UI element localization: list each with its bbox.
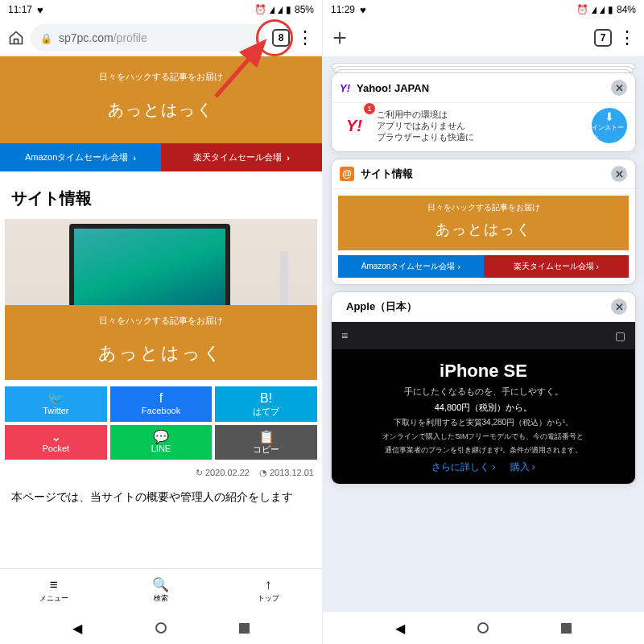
tab-card-yahoo[interactable]: Y! Yahoo! JAPAN ✕ Y! 1 ご利用中の環境は アプリではありま… bbox=[331, 72, 636, 152]
tab-title: Yahoo! JAPAN bbox=[357, 82, 429, 94]
section-title: サイト情報 bbox=[0, 171, 322, 219]
url-path: /profile bbox=[114, 31, 147, 44]
bottom-nav-menu[interactable]: ≡メニュー bbox=[0, 569, 107, 612]
photo-title: あっとはっく bbox=[5, 341, 317, 365]
share-grid: 🐦Twitter fFacebook B!はてブ ⌄Pocket 💬LINE 📋… bbox=[5, 386, 317, 460]
system-nav: ◀ bbox=[0, 612, 322, 644]
sysnav-home-icon[interactable] bbox=[155, 622, 167, 634]
heart-icon bbox=[37, 4, 43, 16]
share-hatena[interactable]: B!はてブ bbox=[215, 386, 317, 422]
bottom-nav-top[interactable]: ↑トップ bbox=[215, 569, 322, 612]
sp7pc-favicon-icon: @ bbox=[340, 167, 354, 181]
sysnav-recent-icon[interactable] bbox=[239, 623, 250, 634]
hatena-icon: B! bbox=[215, 391, 317, 406]
alarm-icon bbox=[254, 4, 266, 15]
bottom-nav-search[interactable]: 🔍検索 bbox=[107, 569, 214, 612]
rakuten-sale-button[interactable]: 楽天タイムセール会場 bbox=[484, 255, 630, 278]
status-bar: 11:29 ▮ 84% bbox=[323, 0, 644, 19]
tabswitcher-toolbar: 7 bbox=[323, 19, 644, 56]
home-icon[interactable] bbox=[8, 30, 24, 46]
url-host: sp7pc.com bbox=[59, 31, 114, 44]
battery-icon: ▮ bbox=[608, 4, 613, 15]
date-created: 2013.12.01 bbox=[259, 468, 314, 478]
sysnav-home-icon[interactable] bbox=[477, 622, 489, 634]
apple-hero: iPhone SE 手にしたくなるものを、手にしやすく。 44,800円（税別）… bbox=[332, 349, 635, 484]
system-nav: ◀ bbox=[323, 612, 644, 644]
amazon-sale-button[interactable]: Amazonタイムセール会場 bbox=[338, 255, 484, 278]
twitter-icon: 🐦 bbox=[5, 391, 107, 406]
amazon-sale-button[interactable]: Amazonタイムセール会場 bbox=[0, 143, 161, 171]
notification-badge: 1 bbox=[364, 103, 375, 114]
signal-icon bbox=[600, 6, 605, 14]
share-copy[interactable]: 📋コピー bbox=[215, 425, 317, 460]
sysnav-back-icon[interactable]: ◀ bbox=[395, 621, 405, 636]
heart-icon bbox=[360, 4, 366, 16]
copy-icon: 📋 bbox=[215, 430, 317, 444]
battery-icon: ▮ bbox=[286, 4, 291, 15]
wifi-icon bbox=[270, 6, 275, 14]
yahoo-favicon-icon: Y! bbox=[340, 82, 350, 94]
tabs-area[interactable]: Y! Yahoo! JAPAN ✕ Y! 1 ご利用中の環境は アプリではありま… bbox=[323, 56, 644, 612]
rakuten-sale-button[interactable]: 楽天タイムセール会場 bbox=[161, 143, 322, 171]
lock-icon bbox=[40, 31, 52, 44]
tab-close-button[interactable]: ✕ bbox=[611, 80, 627, 96]
apple-nav: ≡ ▢ bbox=[332, 322, 635, 349]
status-time: 11:29 bbox=[331, 4, 355, 15]
top-icon: ↑ bbox=[265, 578, 272, 592]
sale-row: Amazonタイムセール会場 楽天タイムセール会場 bbox=[0, 143, 322, 171]
overflow-menu-icon[interactable] bbox=[618, 29, 636, 47]
share-line[interactable]: 💬LINE bbox=[110, 425, 213, 460]
left-phone: 11:17 ▮ 85% sp7pc.com/profile 8 日々をハ bbox=[0, 0, 322, 644]
hamburger-icon[interactable]: ≡ bbox=[341, 329, 348, 342]
pocket-icon: ⌄ bbox=[5, 430, 107, 444]
battery-pct: 84% bbox=[617, 4, 636, 15]
signal-icon bbox=[278, 6, 283, 14]
wifi-icon bbox=[592, 6, 597, 14]
tab-card-apple[interactable]: Apple（日本） ✕ ≡ ▢ iPhone SE 手にしたくなるものを、手にし… bbox=[331, 291, 636, 485]
status-bar: 11:17 ▮ 85% bbox=[0, 0, 322, 19]
date-updated: 2020.02.22 bbox=[196, 468, 250, 478]
tab-switcher-button[interactable]: 7 bbox=[594, 29, 612, 47]
search-icon: 🔍 bbox=[152, 578, 169, 592]
photo-sub: 日々をハックする記事をお届け bbox=[5, 315, 317, 327]
body-text: 本ページでは、当サイトの概要や管理人の紹介をします bbox=[0, 480, 322, 514]
yahoo-logo-icon: Y! bbox=[340, 111, 369, 140]
apple-link-learnmore[interactable]: さらに詳しく bbox=[431, 460, 495, 474]
line-icon: 💬 bbox=[110, 430, 213, 444]
svg-line-0 bbox=[216, 42, 264, 97]
featured-image: 日々をハックする記事をお届け あっとはっく bbox=[5, 219, 317, 380]
alarm-icon bbox=[576, 4, 588, 15]
article-dates: 2020.02.22 2013.12.01 bbox=[0, 466, 322, 480]
tab-card-sp7pc[interactable]: @ サイト情報 ✕ 日々をハックする記事をお届け あっとはっく Amazonタイ… bbox=[331, 159, 636, 285]
share-twitter[interactable]: 🐦Twitter bbox=[5, 386, 107, 422]
right-phone: 11:29 ▮ 84% 7 Y! Y bbox=[322, 0, 644, 644]
share-facebook[interactable]: fFacebook bbox=[110, 386, 213, 422]
tab-title: Apple（日本） bbox=[346, 299, 417, 314]
battery-pct: 85% bbox=[295, 4, 314, 15]
apple-link-buy[interactable]: 購入 bbox=[510, 460, 535, 474]
status-time: 11:17 bbox=[8, 4, 32, 15]
bottom-nav: ≡メニュー 🔍検索 ↑トップ bbox=[0, 568, 322, 612]
page-content: 日々をハックする記事をお届け あっとはっく Amazonタイムセール会場 楽天タ… bbox=[0, 56, 322, 568]
menu-icon: ≡ bbox=[50, 578, 58, 592]
tab-close-button[interactable]: ✕ bbox=[611, 299, 627, 315]
facebook-icon: f bbox=[110, 391, 213, 406]
new-tab-button[interactable] bbox=[331, 29, 349, 47]
bag-icon[interactable]: ▢ bbox=[615, 329, 625, 342]
share-pocket[interactable]: ⌄Pocket bbox=[5, 425, 107, 460]
tab-close-button[interactable]: ✕ bbox=[611, 166, 627, 182]
annotation-circle bbox=[256, 19, 293, 56]
tab-title: サイト情報 bbox=[361, 167, 413, 181]
overflow-menu-icon[interactable] bbox=[296, 29, 314, 47]
sysnav-back-icon[interactable]: ◀ bbox=[72, 621, 82, 636]
install-button[interactable]: インストール bbox=[592, 108, 627, 143]
tab-count: 7 bbox=[601, 32, 606, 43]
sysnav-recent-icon[interactable] bbox=[561, 623, 572, 634]
